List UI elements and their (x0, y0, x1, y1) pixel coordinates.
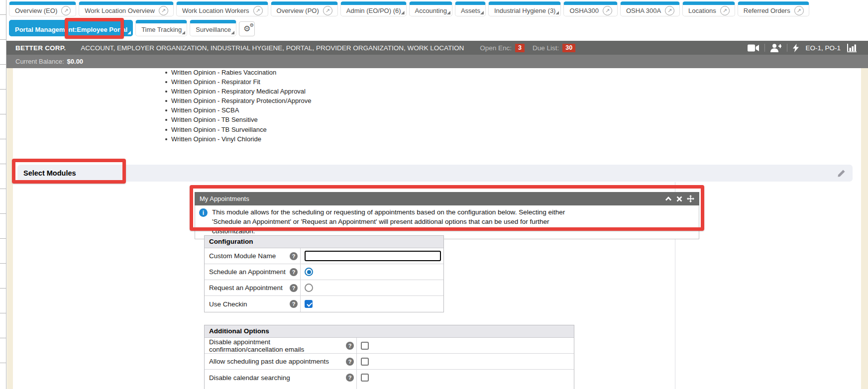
context-breadcrumb: ACCOUNT, EMPLOYER ORGANIZATION, INDUSTRI… (81, 44, 464, 52)
option-checkbox[interactable] (361, 374, 369, 382)
module-info-text: This module allows for the scheduling or… (212, 207, 593, 236)
primary-tab-bar: Overview (EO) Work Location Overview Wor… (9, 1, 809, 16)
option-checkbox[interactable] (361, 358, 369, 366)
primary-tab[interactable]: Overview (PO) (271, 1, 338, 16)
written-opinion-item: Written Opinion - SCBA (164, 105, 312, 115)
additional-options-table: Additional Options Disable appointment c… (204, 325, 574, 389)
balance-label: Current Balance: (15, 58, 64, 65)
primary-tab[interactable]: Industrial Hygiene (3) (488, 1, 561, 16)
balance-value: $0.00 (67, 58, 84, 65)
written-opinion-list: Written Opinion - Rabies Vaccination Wri… (164, 68, 312, 144)
open-in-new-window-icon[interactable] (253, 6, 263, 15)
primary-tab[interactable]: Overview (EO) (9, 1, 76, 16)
module-panel-header[interactable]: My Appointments (195, 192, 699, 205)
primary-tab[interactable]: Referred Orders (738, 1, 809, 16)
table-row: Request an Appointment (205, 280, 443, 296)
open-in-new-window-icon[interactable] (61, 6, 71, 15)
help-icon[interactable] (346, 358, 354, 366)
written-opinion-item: Written Opinion - Respiratory Protection… (164, 96, 312, 105)
tab-label: Surveillance (196, 26, 231, 33)
additional-options-title: Additional Options (205, 325, 574, 338)
field-label: Disable calendar searching (209, 374, 290, 382)
dropdown-corner-icon (231, 31, 234, 34)
secondary-tabs-group: Time Tracking Surveillance (135, 20, 236, 36)
header-bar: BETTER CORP. ACCOUNT, EMPLOYER ORGANIZAT… (6, 41, 868, 55)
balance-bar: Current Balance: $0.00 (6, 55, 868, 68)
custom-module-name-input[interactable] (305, 251, 441, 261)
table-row: Use Checkin (205, 296, 443, 312)
primary-tab[interactable]: Admin (EO/PO) (6) (340, 1, 407, 16)
written-opinion-item: Written Opinion - TB Surveillance (164, 125, 312, 134)
primary-tab[interactable]: Locations (682, 1, 735, 16)
video-camera-icon[interactable] (748, 44, 759, 52)
table-row: Allow scheduling past due appointments (205, 354, 574, 370)
dropdown-corner-icon (480, 11, 484, 14)
dropdown-corner-icon (182, 31, 185, 34)
header-icon-group: EO-1, PO-1 (748, 44, 863, 52)
open-in-new-window-icon[interactable] (323, 6, 332, 15)
request-appointment-radio[interactable] (305, 284, 313, 292)
primary-tab[interactable]: OSHA 300A (620, 1, 680, 16)
open-in-new-window-icon[interactable] (720, 6, 730, 15)
written-opinion-item: Written Opinion - Vinyl Chloride (164, 134, 312, 144)
tab-settings-button[interactable]: ⚙ (239, 21, 255, 36)
tab-label: Industrial Hygiene (3) (494, 7, 556, 14)
help-icon[interactable] (346, 342, 354, 350)
use-checkin-checkbox[interactable] (305, 300, 313, 308)
written-opinion-item: Written Opinion - Respirator Fit (164, 77, 312, 87)
help-icon[interactable] (290, 268, 298, 276)
open-in-new-window-icon[interactable] (665, 6, 674, 15)
open-enc-label: Open Enc: (480, 44, 512, 52)
field-label: Disable appointment confirmation/cancell… (209, 338, 346, 353)
select-modules-title: Select Modules (23, 169, 76, 177)
dropdown-corner-icon (127, 31, 131, 34)
option-checkbox[interactable] (361, 342, 369, 350)
collapse-chevron-icon[interactable] (665, 196, 672, 201)
schedule-appointment-radio[interactable] (305, 268, 313, 276)
edit-pencil-icon[interactable] (837, 169, 846, 178)
help-icon[interactable] (290, 284, 298, 292)
table-row: Custom Module Name (205, 248, 443, 264)
info-icon (199, 208, 208, 217)
primary-tab[interactable]: OSHA300 (563, 1, 618, 16)
left-rail-collapsed-tabs (0, 0, 6, 389)
primary-tab[interactable]: Work Location Overview (79, 1, 174, 16)
tab-label: Accounting (415, 7, 447, 14)
move-handle-icon[interactable] (687, 195, 694, 202)
secondary-tab[interactable]: Time Tracking (135, 20, 187, 36)
primary-tab[interactable]: Accounting (409, 1, 452, 16)
primary-tab[interactable]: Work Location Workers (176, 1, 268, 16)
tab-label: Assets (461, 7, 480, 14)
close-icon[interactable] (676, 196, 682, 202)
reports-chart-icon[interactable] (847, 44, 857, 52)
divider (787, 44, 787, 52)
tab-label: Overview (EO) (15, 7, 57, 14)
dropdown-corner-icon (555, 11, 559, 14)
due-list-badge[interactable]: 30 (562, 44, 575, 52)
configuration-table-title: Configuration (205, 236, 443, 248)
tab-portal-management-employee-portal[interactable]: Portal Management:Employee Portal (9, 20, 133, 36)
right-margin-strip (861, 68, 868, 389)
open-in-new-window-icon[interactable] (603, 6, 612, 15)
help-icon[interactable] (290, 252, 298, 260)
due-list-label: Due List: (533, 44, 559, 52)
tab-label: OSHA 300A (626, 7, 661, 14)
tab-label: Overview (PO) (277, 7, 319, 14)
help-icon[interactable] (346, 374, 354, 382)
module-title: My Appointments (200, 195, 665, 202)
quick-actions-bolt-icon[interactable] (793, 44, 799, 52)
add-person-icon[interactable] (770, 44, 781, 52)
select-modules-header: Select Modules (17, 165, 853, 182)
secondary-tab[interactable]: Surveillance (190, 20, 236, 36)
written-opinion-item: Written Opinion - Rabies Vaccination (164, 68, 312, 77)
open-in-new-window-icon[interactable] (159, 6, 168, 15)
help-icon[interactable] (290, 300, 298, 308)
open-enc-badge[interactable]: 3 (515, 44, 525, 52)
tab-label: OSHA300 (569, 7, 599, 14)
table-row: Disable appointment confirmation/cancell… (205, 338, 574, 354)
open-in-new-window-icon[interactable] (794, 6, 804, 15)
primary-tab[interactable]: Assets (455, 1, 486, 16)
tab-label: Work Location Workers (182, 7, 249, 14)
module-info-row: This module allows for the scheduling or… (195, 205, 699, 239)
field-label: Custom Module Name (209, 252, 276, 260)
